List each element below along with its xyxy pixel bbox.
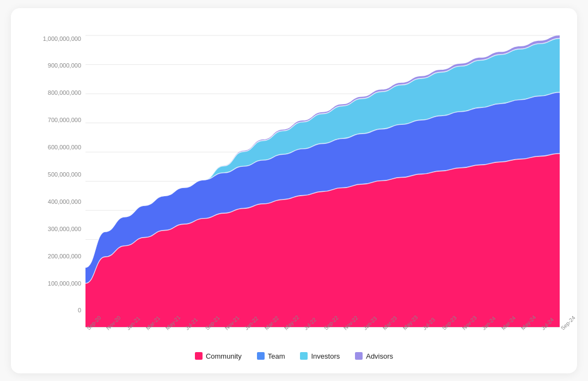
legend-label-community: Community — [206, 352, 242, 360]
legend-color-investors — [300, 352, 308, 360]
legend-item-community: Community — [195, 352, 242, 360]
x-label: Sep-24 — [560, 315, 577, 331]
legend-label-advisors: Advisors — [366, 352, 393, 360]
svg-container — [85, 35, 560, 327]
legend-item-team: Team — [257, 352, 285, 360]
y-label: 500,000,000 — [28, 171, 81, 178]
chart-inner: 1,000,000,000900,000,000800,000,000700,0… — [28, 35, 560, 327]
y-label: 100,000,000 — [28, 280, 81, 287]
legend-label-investors: Investors — [311, 352, 340, 360]
chart-card: 1,000,000,000900,000,000800,000,000700,0… — [11, 8, 577, 373]
legend-item-investors: Investors — [300, 352, 340, 360]
chart-area: 1,000,000,000900,000,000800,000,000700,0… — [28, 35, 560, 347]
y-label: 400,000,000 — [28, 198, 81, 205]
y-label: 1,000,000,000 — [28, 35, 81, 42]
legend: CommunityTeamInvestorsAdvisors — [28, 352, 560, 360]
y-label: 800,000,000 — [28, 89, 81, 96]
y-label: 0 — [28, 307, 81, 313]
y-label: 900,000,000 — [28, 62, 81, 69]
y-label: 300,000,000 — [28, 226, 81, 232]
legend-color-team — [257, 352, 265, 360]
legend-color-community — [195, 352, 203, 360]
y-label: 600,000,000 — [28, 144, 81, 150]
x-axis: Sep-20Nov-20Jan-21Mar-21May-21Jul-21Sep-… — [85, 327, 560, 347]
legend-label-team: Team — [268, 352, 285, 360]
y-label: 700,000,000 — [28, 117, 81, 123]
legend-item-advisors: Advisors — [355, 352, 393, 360]
legend-color-advisors — [355, 352, 363, 360]
y-label: 200,000,000 — [28, 253, 81, 259]
y-axis: 1,000,000,000900,000,000800,000,000700,0… — [28, 35, 85, 327]
